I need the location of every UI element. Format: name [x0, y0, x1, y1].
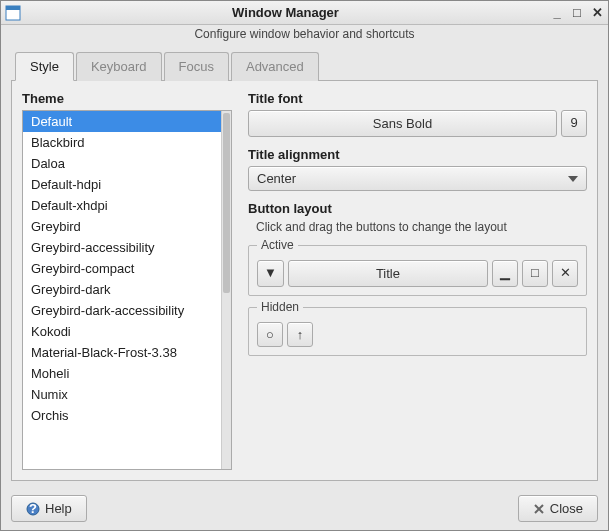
close-button[interactable]: ✕: [552, 260, 578, 287]
theme-list[interactable]: DefaultBlackbirdDaloaDefault-hdpiDefault…: [22, 110, 232, 470]
window-manager-dialog: Window Manager _ □ ✕ Configure window be…: [0, 0, 609, 531]
style-panel: Theme DefaultBlackbirdDaloaDefault-hdpiD…: [11, 81, 598, 481]
theme-item[interactable]: Default-hdpi: [23, 174, 231, 195]
stick-button[interactable]: ↑: [287, 322, 313, 347]
title-alignment-value: Center: [257, 171, 568, 186]
scrollbar-thumb[interactable]: [223, 113, 230, 293]
theme-item[interactable]: Greybird-accessibility: [23, 237, 231, 258]
arrow-up-icon: ↑: [297, 327, 304, 342]
maximize-glyph-icon: □: [531, 265, 539, 280]
button-layout-label: Button layout: [248, 201, 587, 216]
font-size-button[interactable]: 9: [561, 110, 587, 137]
title-font-label: Title font: [248, 91, 587, 106]
theme-item[interactable]: Default: [23, 111, 231, 132]
close-label: Close: [550, 501, 583, 516]
theme-item[interactable]: Blackbird: [23, 132, 231, 153]
close-x-icon: [533, 503, 545, 515]
tab-focus[interactable]: Focus: [164, 52, 229, 81]
font-name-button[interactable]: Sans Bold: [248, 110, 557, 137]
minimize-icon[interactable]: _: [550, 5, 564, 20]
theme-item[interactable]: Greybird-dark: [23, 279, 231, 300]
button-layout-hint: Click and drag the buttons to change the…: [256, 220, 587, 234]
tab-advanced[interactable]: Advanced: [231, 52, 319, 81]
close-glyph-icon: ✕: [560, 265, 571, 280]
menu-triangle-icon: ▼: [264, 265, 277, 280]
menu-button[interactable]: ▼: [257, 260, 284, 287]
app-icon: [5, 5, 21, 21]
dialog-footer: ? Help Close: [1, 487, 608, 530]
svg-text:?: ?: [29, 502, 37, 516]
help-icon: ?: [26, 502, 40, 516]
maximize-icon[interactable]: □: [570, 5, 584, 20]
hidden-legend: Hidden: [257, 300, 303, 314]
theme-item[interactable]: Default-xhdpi: [23, 195, 231, 216]
help-label: Help: [45, 501, 72, 516]
shade-button[interactable]: ○: [257, 322, 283, 347]
active-group: Active ▼ Title ▁ □: [248, 238, 587, 296]
theme-item[interactable]: Daloa: [23, 153, 231, 174]
close-icon[interactable]: ✕: [590, 5, 604, 20]
theme-item[interactable]: Material-Black-Frost-3.38: [23, 342, 231, 363]
titlebar[interactable]: Window Manager _ □ ✕: [1, 1, 608, 25]
hidden-group: Hidden ○ ↑: [248, 300, 587, 356]
minimize-button[interactable]: ▁: [492, 260, 518, 287]
minimize-glyph-icon: ▁: [500, 265, 510, 280]
maximize-button[interactable]: □: [522, 260, 548, 287]
tab-keyboard[interactable]: Keyboard: [76, 52, 162, 81]
close-dialog-button[interactable]: Close: [518, 495, 598, 522]
theme-item[interactable]: Kokodi: [23, 321, 231, 342]
theme-item[interactable]: Greybird-dark-accessibility: [23, 300, 231, 321]
tabs: Style Keyboard Focus Advanced: [11, 51, 598, 81]
chevron-down-icon: [568, 176, 578, 182]
help-button[interactable]: ? Help: [11, 495, 87, 522]
tab-style[interactable]: Style: [15, 52, 74, 81]
scrollbar[interactable]: [221, 111, 231, 469]
theme-item[interactable]: Moheli: [23, 363, 231, 384]
active-legend: Active: [257, 238, 298, 252]
window-subtitle: Configure window behavior and shortcuts: [1, 25, 608, 47]
title-alignment-dropdown[interactable]: Center: [248, 166, 587, 191]
window-title: Window Manager: [27, 5, 544, 20]
theme-item[interactable]: Orchis: [23, 405, 231, 426]
theme-item[interactable]: Numix: [23, 384, 231, 405]
title-alignment-label: Title alignment: [248, 147, 587, 162]
theme-item[interactable]: Greybird: [23, 216, 231, 237]
svg-rect-1: [6, 6, 20, 10]
title-drag-button[interactable]: Title: [288, 260, 488, 287]
circle-icon: ○: [266, 327, 274, 342]
theme-title: Theme: [22, 91, 232, 106]
theme-item[interactable]: Greybird-compact: [23, 258, 231, 279]
